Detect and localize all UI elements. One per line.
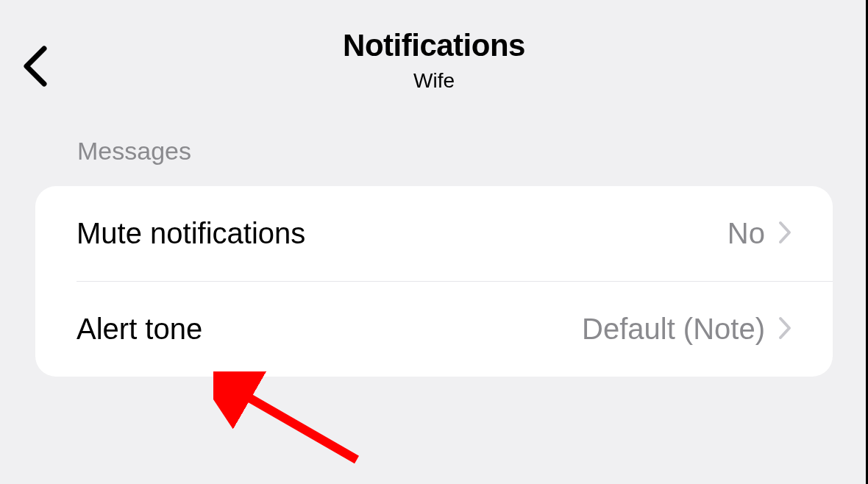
row-value: No	[728, 217, 765, 250]
row-label: Mute notifications	[77, 217, 305, 250]
back-button[interactable]	[21, 44, 50, 91]
row-right: Default (Note)	[582, 313, 791, 346]
section-header-messages: Messages	[77, 137, 868, 166]
chevron-right-icon	[778, 221, 791, 247]
page-header: Notifications Wife	[0, 0, 868, 93]
chevron-left-icon	[21, 44, 50, 88]
settings-card: Mute notifications No Alert tone Default…	[35, 186, 833, 377]
row-alert-tone[interactable]: Alert tone Default (Note)	[35, 282, 833, 377]
page-title: Notifications	[0, 28, 868, 63]
row-right: No	[728, 217, 791, 250]
svg-line-1	[235, 390, 357, 460]
annotation-arrow-icon	[213, 371, 375, 474]
row-value: Default (Note)	[582, 313, 765, 346]
page-subtitle: Wife	[0, 69, 868, 93]
row-label: Alert tone	[77, 313, 202, 346]
row-mute-notifications[interactable]: Mute notifications No	[35, 186, 833, 281]
chevron-right-icon	[778, 316, 791, 343]
